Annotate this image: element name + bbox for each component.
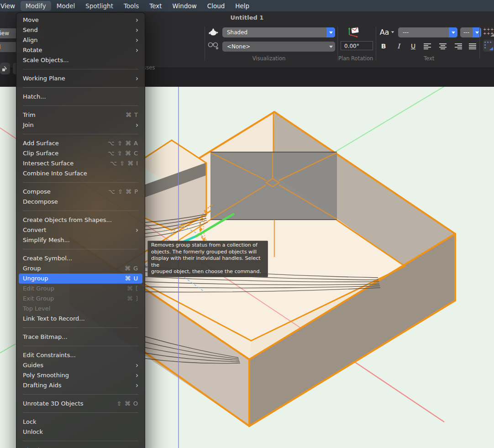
plan-rotation-tool[interactable]	[345, 26, 362, 37]
menu-item-label: Rotate	[23, 45, 136, 55]
point-grid-icon: +++ +++	[483, 27, 494, 37]
font-name-dropdown[interactable]: ---	[398, 27, 457, 37]
dropdown-chevron-button[interactable]	[473, 27, 481, 37]
menu-item-rotate[interactable]: Rotate›	[19, 45, 142, 55]
snap-points-button[interactable]: +++ +++	[483, 26, 494, 37]
render-mode-dropdown[interactable]: Shaded	[222, 27, 335, 37]
glasses-icon	[207, 41, 219, 50]
menu-item-join[interactable]: Join›	[19, 120, 142, 130]
ungroup-tooltip: Removes group status from a collection o…	[147, 241, 268, 277]
align-left-icon	[424, 43, 431, 49]
menu-separator	[23, 134, 138, 134]
menu-item-hatch[interactable]: Hatch...	[19, 92, 142, 102]
menu-item-unlock[interactable]: Unlock	[19, 427, 142, 437]
visualization-section-label: Visualization	[223, 55, 315, 62]
menu-item-label: Create Symbol...	[23, 253, 138, 264]
menubar-item-text[interactable]: Text	[144, 1, 167, 11]
dropdown-chevron[interactable]	[326, 42, 335, 52]
text-style-button[interactable]: Aa	[379, 27, 395, 37]
menu-item-label: Simplify Mesh...	[23, 235, 138, 245]
menu-item-exit-group: Exit Group⌘ ]	[19, 294, 142, 304]
menu-item-guides[interactable]: Guides›	[19, 360, 142, 370]
dropdown-chevron-button[interactable]	[449, 27, 457, 37]
menu-item-lock[interactable]: Lock	[19, 417, 142, 427]
toolbar-separator	[479, 26, 480, 58]
menubar-item-modify[interactable]: Modify	[21, 1, 51, 11]
menu-item-label: Intersect Surface	[23, 158, 110, 169]
menu-separator	[23, 211, 138, 211]
menu-item-add-surface[interactable]: Add Surface⌥ ⇧ ⌘ A	[19, 138, 142, 148]
dropdown-chevron-button[interactable]	[326, 27, 335, 37]
menu-item-send[interactable]: Send›	[19, 25, 142, 35]
menu-item-ungroup[interactable]: Ungroup⌘ U	[19, 274, 142, 284]
chevron-down-icon	[475, 32, 479, 34]
bold-button[interactable]: B	[379, 42, 388, 51]
menu-item-edit-constraints[interactable]: Edit Constraints...	[19, 350, 142, 360]
menu-item-convert[interactable]: Convert›	[19, 225, 142, 235]
menubar-item-tools[interactable]: Tools	[119, 1, 144, 11]
menu-item-group[interactable]: Group⌘ G	[19, 264, 142, 274]
menu-item-label: Edit Constraints...	[23, 350, 138, 360]
chevron-down-icon	[452, 32, 455, 34]
menu-item-trim[interactable]: Trim⌘ T	[19, 110, 142, 120]
align-left-button[interactable]	[423, 42, 432, 50]
italic-button[interactable]: I	[394, 42, 403, 51]
line-overlay-button[interactable]	[206, 40, 220, 51]
menubar-item-window[interactable]: Window	[168, 1, 202, 11]
font-size-dropdown[interactable]: ---	[460, 27, 481, 37]
menu-item-label: Join	[23, 120, 136, 130]
align-right-button[interactable]	[454, 42, 463, 50]
menu-item-align[interactable]: Align›	[19, 35, 142, 45]
menu-item-scale-objects[interactable]: Scale Objects...	[19, 55, 142, 65]
menu-item-label: Add Surface	[23, 138, 108, 148]
menu-item-trace-bitmap[interactable]: Trace Bitmap...	[19, 332, 142, 342]
plan-rotation-section-label: Plan Rotation	[338, 55, 373, 62]
menu-item-label: Decompose	[23, 197, 138, 207]
menu-item-simplify-mesh[interactable]: Simplify Mesh...	[19, 235, 142, 245]
menu-item-label: Guides	[23, 360, 136, 370]
menu-item-unrotate-3d-objects[interactable]: Unrotate 3D Objects⇧ ⌘ O	[19, 399, 142, 409]
menu-item-intersect-surface[interactable]: Intersect Surface⌥ ⇧ ⌘ I	[19, 158, 142, 169]
svg-text:+: +	[487, 31, 490, 36]
align-right-icon	[455, 43, 462, 49]
menu-item-move[interactable]: Move›	[19, 15, 142, 25]
menu-item-poly-smoothing[interactable]: Poly Smoothing›	[19, 370, 142, 380]
tooltip-line: Removes group status from a collection o…	[151, 242, 264, 249]
menu-item-link-text-to-record[interactable]: Link Text to Record...	[19, 314, 142, 324]
plan-rotation-input[interactable]: 0.00°	[341, 41, 373, 50]
menu-item-create-symbol[interactable]: Create Symbol...	[19, 253, 142, 264]
menu-item-shortcut: ⌘ ]	[127, 294, 138, 304]
chevron-down-icon	[329, 46, 333, 48]
menu-item-shortcut: ⌘ [	[127, 284, 138, 294]
transform-tool-button[interactable]	[0, 63, 10, 74]
menubar-item-cloud[interactable]: Cloud	[202, 1, 230, 11]
menu-item-drafting-aids[interactable]: Drafting Aids›	[19, 380, 142, 390]
menubar-item-help[interactable]: Help	[230, 1, 254, 11]
menu-item-clip-surface[interactable]: Clip Surface⌥ ⇧ ⌘ C	[19, 148, 142, 158]
menubar-item-view[interactable]: View	[0, 1, 20, 11]
underline-button[interactable]: U	[409, 42, 417, 51]
menu-item-label: Move	[23, 15, 136, 25]
menu-separator	[23, 182, 138, 183]
menubar-item-model[interactable]: Model	[52, 1, 80, 11]
menu-item-compose[interactable]: Compose⌥ ⇧ ⌘ P	[19, 187, 142, 197]
menu-item-working-plane[interactable]: Working Plane›	[19, 74, 142, 84]
line-overlay-dropdown[interactable]: <None>	[222, 42, 335, 52]
menu-item-label: Combine Into Surface	[23, 169, 138, 179]
menu-item-shortcut: ⇧ ⌘ O	[117, 399, 138, 409]
align-center-icon	[439, 43, 447, 49]
menu-item-combine-into-surface[interactable]: Combine Into Surface	[19, 169, 142, 179]
menu-item-edit-group: Edit Group⌘ [	[19, 284, 142, 294]
menu-item-create-objects-from-shapes[interactable]: Create Objects from Shapes...	[19, 215, 142, 225]
align-center-button[interactable]	[438, 42, 447, 50]
dimension-points-button[interactable]	[483, 40, 494, 52]
chevron-down-icon	[329, 32, 333, 34]
menubar-item-spotlight[interactable]: Spotlight	[80, 1, 118, 11]
align-justify-button[interactable]	[468, 42, 477, 50]
render-mode-button[interactable]	[206, 26, 220, 37]
submenu-arrow-icon: ›	[136, 74, 138, 83]
menu-item-decompose[interactable]: Decompose	[19, 197, 142, 207]
menu-item-shortcut: ⌥ ⇧ ⌘ C	[108, 148, 138, 158]
submenu-arrow-icon: ›	[136, 381, 138, 390]
submenu-arrow-icon: ›	[136, 121, 138, 130]
